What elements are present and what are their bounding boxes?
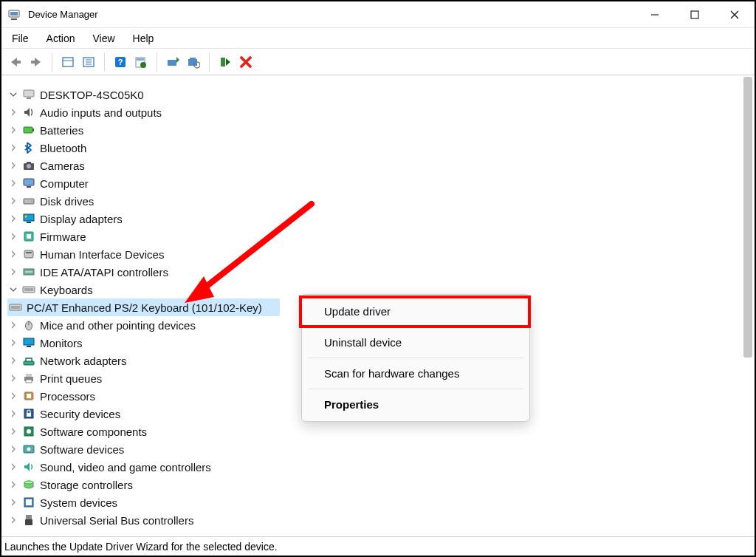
tree-category[interactable]: Bluetooth	[7, 139, 755, 157]
tree-device[interactable]: PC/AT Enhanced PS/2 Keyboard (101/102-Ke…	[7, 298, 280, 316]
chevron-right-icon[interactable]	[7, 390, 19, 402]
chevron-down-icon[interactable]	[7, 284, 19, 295]
tree-category[interactable]: Firmware	[7, 228, 755, 245]
mouse-icon	[21, 318, 37, 332]
close-button[interactable]	[715, 1, 755, 28]
chevron-right-icon[interactable]	[7, 496, 19, 508]
svg-point-71	[27, 429, 31, 434]
tree-category[interactable]: Batteries	[7, 121, 755, 139]
audio-icon	[21, 105, 37, 120]
update-driver-button[interactable]	[163, 52, 182, 72]
ctx-separator	[308, 389, 523, 389]
ctx-properties[interactable]: Properties	[302, 391, 529, 418]
chevron-right-icon[interactable]	[7, 248, 19, 260]
tree-category[interactable]: Software devices	[7, 440, 755, 458]
tree-category[interactable]: Display adapters	[7, 210, 755, 228]
cpu-icon	[21, 389, 37, 403]
tree-category-label: IDE ATA/ATAPI controllers	[40, 266, 168, 278]
svg-point-19	[140, 62, 146, 68]
svg-rect-9	[63, 58, 73, 66]
chevron-right-icon[interactable]	[7, 426, 19, 437]
chevron-right-icon[interactable]	[7, 213, 19, 225]
toolbar: ?	[1, 49, 755, 75]
tree-category[interactable]: Computer	[7, 174, 755, 192]
tree-category-label: Cameras	[40, 160, 85, 172]
svg-rect-4	[691, 11, 698, 18]
uninstall-device-button[interactable]	[236, 52, 255, 72]
tree-root[interactable]: DESKTOP-4SC05K0	[7, 86, 755, 103]
menu-help[interactable]: Help	[127, 30, 160, 47]
svg-rect-44	[26, 252, 32, 253]
maximize-button[interactable]	[675, 1, 715, 28]
menu-view[interactable]: View	[86, 30, 120, 47]
forward-button[interactable]	[27, 52, 46, 72]
chevron-right-icon[interactable]	[7, 461, 19, 473]
svg-rect-55	[27, 346, 31, 347]
window-title: Device Manager	[28, 9, 635, 20]
tree-category-label: Audio inputs and outputs	[40, 106, 162, 119]
chevron-right-icon[interactable]	[7, 408, 19, 420]
toolbar-separator	[104, 52, 105, 72]
chevron-right-icon[interactable]	[7, 195, 19, 207]
chevron-right-icon[interactable]	[7, 355, 19, 366]
tree-category[interactable]: IDE ATA/ATAPI controllers	[7, 263, 755, 281]
chevron-right-icon[interactable]	[7, 479, 19, 491]
chevron-right-icon[interactable]	[7, 319, 19, 331]
tree-category[interactable]: Human Interface Devices	[7, 245, 755, 263]
tree-category[interactable]: Universal Serial Bus controllers	[7, 511, 755, 529]
svg-point-37	[31, 201, 32, 202]
svg-rect-59	[26, 380, 32, 383]
ctx-scan-hardware[interactable]: Scan for hardware changes	[302, 360, 529, 387]
tree-category-label: Software components	[40, 426, 147, 438]
vertical-scrollbar[interactable]	[743, 77, 752, 533]
scan-hardware-button[interactable]	[184, 52, 203, 72]
keyboard-icon	[7, 300, 24, 315]
toolbar-separator	[209, 52, 210, 72]
chevron-right-icon[interactable]	[7, 142, 19, 154]
tree-category-label: Display adapters	[40, 213, 123, 225]
battery-icon	[21, 123, 37, 137]
tree-category[interactable]: Software components	[7, 423, 755, 440]
minimize-button[interactable]	[635, 1, 675, 28]
svg-rect-49	[10, 304, 21, 310]
enable-device-button[interactable]	[216, 52, 235, 72]
chevron-right-icon[interactable]	[7, 514, 19, 526]
monitor-icon	[21, 335, 37, 350]
chevron-right-icon[interactable]	[7, 160, 19, 171]
svg-rect-29	[24, 127, 32, 133]
help-button[interactable]: ?	[111, 52, 130, 72]
chevron-right-icon[interactable]	[7, 230, 19, 242]
properties-sheet-button[interactable]	[131, 52, 151, 72]
tree-category-label: Computer	[40, 177, 89, 190]
hid-icon	[21, 247, 37, 262]
menu-file[interactable]: File	[6, 30, 35, 47]
back-button[interactable]	[6, 52, 25, 72]
chevron-right-icon[interactable]	[7, 266, 19, 278]
tree-category-label: Software devices	[40, 443, 124, 456]
ctx-uninstall-device[interactable]: Uninstall device	[302, 329, 529, 356]
network-icon	[21, 353, 37, 368]
tree-category[interactable]: Sound, video and game controllers	[7, 458, 755, 476]
tree-category[interactable]: Audio inputs and outputs	[7, 103, 755, 121]
tree-category[interactable]: Storage controllers	[7, 476, 755, 493]
chevron-right-icon[interactable]	[7, 372, 19, 384]
tree-category[interactable]: Cameras	[7, 157, 755, 174]
firmware-icon	[21, 229, 37, 244]
svg-rect-34	[24, 179, 34, 185]
ctx-update-driver[interactable]: Update driver	[302, 298, 529, 325]
scrollbar-thumb[interactable]	[743, 77, 752, 358]
chevron-down-icon[interactable]	[7, 89, 19, 100]
chevron-right-icon[interactable]	[7, 106, 19, 118]
tree-category-label: Processors	[40, 390, 95, 403]
chevron-right-icon[interactable]	[7, 177, 19, 189]
tree-category[interactable]: System devices	[7, 493, 755, 511]
menu-action[interactable]: Action	[41, 30, 81, 47]
properties-button[interactable]	[79, 52, 98, 72]
chevron-right-icon[interactable]	[7, 443, 19, 455]
show-hidden-button[interactable]	[58, 52, 78, 72]
tree-category[interactable]: Disk drives	[7, 192, 755, 210]
chevron-right-icon[interactable]	[7, 124, 19, 136]
sound-icon	[21, 459, 37, 474]
tree-category-label: Firmware	[40, 230, 86, 243]
chevron-right-icon[interactable]	[7, 337, 19, 349]
